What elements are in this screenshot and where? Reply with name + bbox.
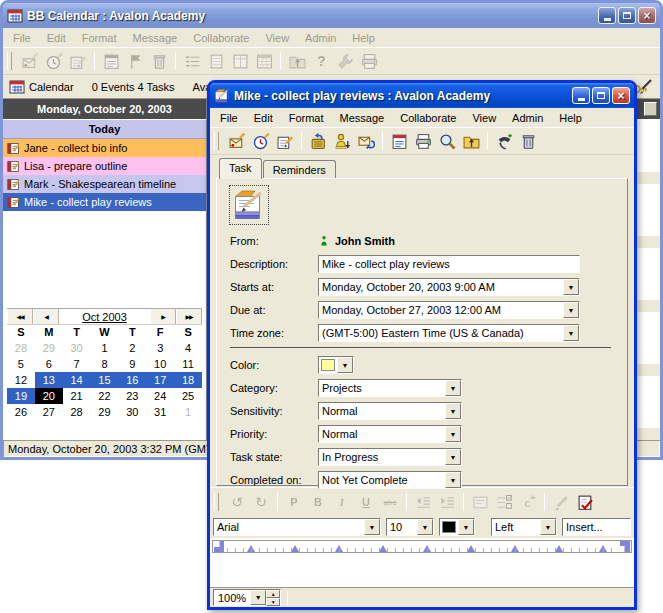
menu-item-collaborate[interactable]: Collaborate bbox=[392, 111, 464, 125]
dropdown-arrow-icon[interactable]: ▼ bbox=[540, 519, 556, 535]
ruler-tab-marker[interactable] bbox=[291, 545, 299, 552]
day-view-button[interactable] bbox=[204, 50, 228, 72]
menu-item-format[interactable]: Format bbox=[281, 111, 332, 125]
find-button[interactable] bbox=[435, 130, 459, 152]
flag-button[interactable] bbox=[123, 50, 147, 72]
italic-button[interactable]: I bbox=[330, 491, 354, 513]
new-event-button[interactable] bbox=[249, 130, 273, 152]
menu-item-message[interactable]: Message bbox=[332, 111, 393, 125]
calendar-day[interactable]: 30 bbox=[63, 340, 91, 356]
indent-button[interactable] bbox=[435, 491, 459, 513]
dropdown-arrow-icon[interactable]: ▼ bbox=[563, 325, 579, 341]
strikethrough-button[interactable]: abc bbox=[378, 491, 402, 513]
bold-button[interactable]: B bbox=[306, 491, 330, 513]
timezone-select[interactable]: (GMT-5:00) Eastern Time (US & Canada)▼ bbox=[318, 324, 580, 342]
main-titlebar[interactable]: BB Calendar : Avalon Academy × bbox=[3, 3, 660, 28]
ruler[interactable] bbox=[212, 540, 632, 553]
calendar-day[interactable]: 22 bbox=[91, 388, 119, 404]
reply-button[interactable] bbox=[306, 130, 330, 152]
next-year-button[interactable]: ▶▶ bbox=[176, 309, 202, 324]
font-family-select[interactable]: Arial▼ bbox=[213, 518, 381, 536]
close-button[interactable]: × bbox=[638, 7, 656, 24]
starts-at-select[interactable]: Monday, October 20, 2003 9:00 AM▼ bbox=[318, 278, 580, 296]
priority-select[interactable]: Normal▼ bbox=[318, 425, 462, 443]
description-input[interactable]: Mike - collect play reviews bbox=[318, 255, 580, 273]
signature-button[interactable] bbox=[549, 491, 573, 513]
calendar-day[interactable]: 20 bbox=[35, 388, 63, 404]
dropdown-arrow-icon[interactable]: ▼ bbox=[445, 403, 461, 419]
task-list-item[interactable]: Lisa - prepare outline bbox=[3, 157, 206, 175]
menu-item-help[interactable]: Help bbox=[551, 111, 590, 125]
task-list-item[interactable]: Jane - collect bio info bbox=[3, 139, 206, 157]
calendar-day[interactable]: 1 bbox=[91, 340, 119, 356]
delete-button[interactable] bbox=[147, 50, 171, 72]
note-button[interactable] bbox=[99, 50, 123, 72]
calendar-day[interactable]: 15 bbox=[91, 372, 119, 388]
alignment-select[interactable]: Left▼ bbox=[491, 518, 557, 536]
list-view-button[interactable] bbox=[180, 50, 204, 72]
calendar-day[interactable]: 29 bbox=[91, 404, 119, 420]
calendar-day[interactable]: 8 bbox=[91, 356, 119, 372]
dropdown-arrow-icon[interactable]: ▼ bbox=[458, 519, 474, 535]
month-view-button[interactable] bbox=[252, 50, 276, 72]
insert-object-button[interactable] bbox=[468, 491, 492, 513]
new-message-button[interactable] bbox=[18, 50, 42, 72]
maximize-button[interactable] bbox=[592, 87, 610, 104]
print-button[interactable] bbox=[411, 130, 435, 152]
minimize-button[interactable] bbox=[598, 7, 616, 24]
zoom-select[interactable]: 100% ▼ ▲▼ bbox=[213, 589, 281, 606]
calendar-day[interactable]: 6 bbox=[35, 356, 63, 372]
calendar-day[interactable]: 23 bbox=[118, 388, 146, 404]
close-button[interactable]: × bbox=[612, 87, 630, 104]
note-button[interactable] bbox=[387, 130, 411, 152]
help-button[interactable] bbox=[309, 50, 333, 72]
month-label[interactable]: Oct 2003 bbox=[59, 309, 150, 324]
dropdown-arrow-icon[interactable]: ▼ bbox=[445, 426, 461, 442]
calendar-day[interactable]: 21 bbox=[63, 388, 91, 404]
dropdown-arrow-icon[interactable]: ▼ bbox=[563, 302, 579, 318]
wrench-button[interactable] bbox=[333, 50, 357, 72]
calendar-day[interactable]: 9 bbox=[118, 356, 146, 372]
calendar-day[interactable]: 13 bbox=[35, 372, 63, 388]
calendar-day[interactable]: 5 bbox=[7, 356, 35, 372]
calendar-day[interactable]: 11 bbox=[174, 356, 202, 372]
prev-year-button[interactable]: ◀◀ bbox=[7, 309, 33, 324]
calendar-day[interactable]: 28 bbox=[7, 340, 35, 356]
calendar-day[interactable]: 1 bbox=[174, 404, 202, 420]
ruler-right-margin-marker[interactable] bbox=[620, 541, 630, 552]
dropdown-arrow-icon[interactable]: ▼ bbox=[417, 519, 433, 535]
calendar-day[interactable]: 28 bbox=[63, 404, 91, 420]
menu-item-view[interactable]: View bbox=[257, 31, 297, 45]
menu-item-collaborate[interactable]: Collaborate bbox=[185, 31, 257, 45]
calendar-day[interactable]: 19 bbox=[7, 388, 35, 404]
dropdown-arrow-icon[interactable]: ▼ bbox=[445, 449, 461, 465]
task-list-item[interactable]: Mark - Shakespearean timeline bbox=[3, 175, 206, 193]
delete-button[interactable] bbox=[516, 130, 540, 152]
ruler-tab-marker[interactable] bbox=[511, 545, 519, 552]
calendar-day[interactable]: 12 bbox=[7, 372, 35, 388]
calendar-day[interactable]: 31 bbox=[146, 404, 174, 420]
calendar-day[interactable]: 27 bbox=[35, 404, 63, 420]
ruler-left-margin-marker[interactable] bbox=[214, 541, 224, 552]
calendar-day[interactable]: 29 bbox=[35, 340, 63, 356]
color-select[interactable]: ▼ bbox=[318, 356, 354, 374]
dropdown-arrow-icon[interactable]: ▼ bbox=[445, 380, 461, 396]
message-editor[interactable] bbox=[210, 538, 634, 587]
outdent-button[interactable] bbox=[411, 491, 435, 513]
calendar-day[interactable]: 24 bbox=[146, 388, 174, 404]
sensitivity-select[interactable]: Normal▼ bbox=[318, 402, 462, 420]
menu-item-message[interactable]: Message bbox=[125, 31, 186, 45]
calendar-day[interactable]: 30 bbox=[118, 404, 146, 420]
forward-button[interactable] bbox=[354, 130, 378, 152]
ruler-tab-marker[interactable] bbox=[379, 545, 387, 552]
calendar-day[interactable]: 26 bbox=[7, 404, 35, 420]
tab-task[interactable]: Task bbox=[219, 158, 262, 179]
font-color-select[interactable]: ▼ bbox=[439, 518, 475, 536]
paragraph-button[interactable]: P bbox=[282, 491, 306, 513]
ruler-tab-marker[interactable] bbox=[555, 545, 563, 552]
ruler-tab-marker[interactable] bbox=[423, 545, 431, 552]
menu-item-file[interactable]: File bbox=[212, 111, 246, 125]
calendar-day[interactable]: 14 bbox=[63, 372, 91, 388]
day-view-corner-button[interactable] bbox=[644, 102, 657, 116]
font-size-select[interactable]: 10▼ bbox=[386, 518, 434, 536]
